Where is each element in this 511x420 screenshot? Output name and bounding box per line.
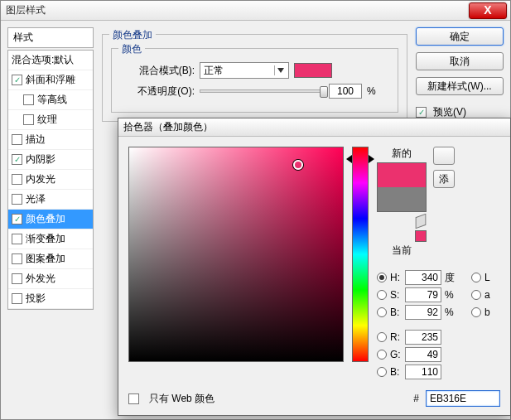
group-legend: 颜色叠加	[109, 28, 156, 42]
style-label: 内发光	[26, 172, 55, 186]
radio-g[interactable]	[377, 350, 387, 360]
input-h[interactable]: 340	[405, 270, 441, 285]
color-picker-dialog: 拾色器（叠加颜色） 新的	[118, 118, 511, 416]
style-item[interactable]: 光泽	[8, 190, 93, 210]
blend-mode-label: 混合模式(B):	[120, 64, 195, 78]
style-label: 图案叠加	[26, 252, 65, 266]
style-item[interactable]: 等高线	[8, 90, 93, 110]
picker-right-panel: 新的 当前 添	[377, 147, 490, 405]
hue-arrow-right-icon	[369, 155, 374, 163]
radio-b-hsb[interactable]	[377, 307, 387, 317]
style-label: 投影	[26, 292, 46, 306]
picker-action-buttons: 添	[433, 147, 455, 188]
style-item[interactable]: 外发光	[8, 269, 93, 289]
new-color-half	[378, 163, 426, 187]
cancel-button[interactable]: 取消	[416, 52, 504, 70]
input-b-rgb[interactable]: 110	[405, 364, 441, 379]
style-label: 渐变叠加	[26, 232, 65, 246]
picker-titlebar[interactable]: 拾色器（叠加颜色）	[118, 118, 510, 137]
ok-button[interactable]: 确定	[416, 27, 504, 46]
preview-checkbox[interactable]	[416, 107, 427, 118]
style-item[interactable]: 投影	[8, 289, 93, 309]
input-s[interactable]: 79	[405, 287, 441, 302]
style-checkbox[interactable]	[23, 94, 34, 105]
sv-cursor[interactable]	[293, 160, 303, 170]
overlay-color-swatch[interactable]	[294, 63, 332, 78]
style-checkbox[interactable]	[12, 174, 22, 185]
radio-h[interactable]	[377, 273, 387, 282]
style-label: 纹理	[37, 113, 57, 127]
styles-header[interactable]: 样式	[7, 27, 94, 48]
chevron-down-icon	[274, 65, 286, 75]
style-item[interactable]: 图案叠加	[8, 249, 93, 269]
style-label: 内阴影	[26, 152, 55, 167]
radio-a[interactable]	[471, 290, 481, 300]
style-label: 等高线	[37, 93, 67, 107]
styles-list: 混合选项:默认 斜面和浮雕等高线纹理描边内阴影内发光光泽颜色叠加渐变叠加图案叠加…	[7, 50, 94, 310]
slider-thumb[interactable]	[320, 86, 328, 98]
blend-options-item[interactable]: 混合选项:默认	[8, 51, 93, 70]
titlebar[interactable]: 图层样式 X	[1, 1, 510, 21]
style-checkbox[interactable]	[12, 134, 22, 145]
hex-input[interactable]: EB316E	[426, 390, 500, 407]
hue-arrow-left-icon	[346, 155, 352, 163]
new-current-swatch[interactable]	[377, 162, 427, 212]
style-label: 外发光	[26, 272, 55, 286]
radio-s[interactable]	[377, 290, 387, 300]
websafe-swatch[interactable]	[415, 230, 427, 242]
radio-b-lab[interactable]	[471, 307, 481, 317]
style-item[interactable]: 渐变叠加	[8, 229, 93, 249]
style-label: 光泽	[26, 192, 46, 206]
gamut-warning-icon[interactable]	[415, 215, 427, 227]
style-checkbox[interactable]	[12, 75, 22, 85]
input-r[interactable]: 235	[405, 330, 441, 345]
picker-ok-button[interactable]	[433, 147, 455, 165]
style-checkbox[interactable]	[12, 214, 22, 224]
color-fields: H: 340 度 L S: 79 % a	[377, 268, 490, 382]
saturation-value-field[interactable]	[128, 147, 344, 362]
new-current-preview: 新的 当前	[377, 147, 427, 259]
input-g[interactable]: 49	[405, 347, 441, 362]
radio-l[interactable]	[471, 273, 481, 282]
style-checkbox[interactable]	[12, 194, 22, 205]
current-color-half	[378, 187, 426, 211]
style-checkbox[interactable]	[12, 154, 22, 165]
web-only-label: 只有 Web 颜色	[149, 392, 215, 406]
style-checkbox[interactable]	[12, 234, 22, 244]
close-button[interactable]: X	[469, 2, 507, 19]
web-only-checkbox[interactable]	[128, 393, 139, 404]
style-checkbox[interactable]	[12, 273, 22, 284]
picker-add-button[interactable]: 添	[433, 170, 455, 188]
style-item[interactable]: 斜面和浮雕	[8, 70, 93, 90]
style-label: 斜面和浮雕	[26, 73, 75, 87]
opacity-label: 不透明度(O):	[120, 84, 195, 99]
style-checkbox[interactable]	[12, 293, 22, 304]
color-group: 颜色 混合模式(B): 正常 不透明度(O): 100 %	[111, 48, 398, 113]
style-checkbox[interactable]	[12, 253, 22, 264]
new-style-button[interactable]: 新建样式(W)...	[416, 77, 504, 95]
style-item[interactable]: 颜色叠加	[8, 210, 93, 229]
styles-panel: 样式 混合选项:默认 斜面和浮雕等高线纹理描边内阴影内发光光泽颜色叠加渐变叠加图…	[7, 27, 94, 413]
opacity-slider[interactable]	[200, 89, 324, 93]
picker-title: 拾色器（叠加颜色）	[123, 120, 213, 134]
hex-prefix: #	[413, 393, 419, 404]
dialog-title: 图层样式	[1, 3, 46, 17]
style-checkbox[interactable]	[23, 114, 34, 125]
style-label: 描边	[26, 133, 46, 147]
color-group-legend: 颜色	[118, 42, 145, 56]
hue-slider[interactable]	[352, 147, 369, 362]
style-label: 颜色叠加	[26, 212, 65, 226]
input-b-hsb[interactable]: 92	[405, 305, 441, 320]
style-item[interactable]: 描边	[8, 130, 93, 150]
opacity-unit: %	[367, 85, 376, 97]
color-overlay-group: 颜色叠加 颜色 混合模式(B): 正常 不透明度(O): 10	[102, 34, 407, 122]
style-item[interactable]: 内发光	[8, 170, 93, 190]
blend-mode-select[interactable]: 正常	[200, 62, 289, 79]
style-item[interactable]: 纹理	[8, 110, 93, 130]
radio-r[interactable]	[377, 332, 387, 342]
radio-b-rgb[interactable]	[377, 367, 387, 377]
style-item[interactable]: 内阴影	[8, 150, 93, 170]
opacity-input[interactable]: 100	[329, 84, 362, 99]
